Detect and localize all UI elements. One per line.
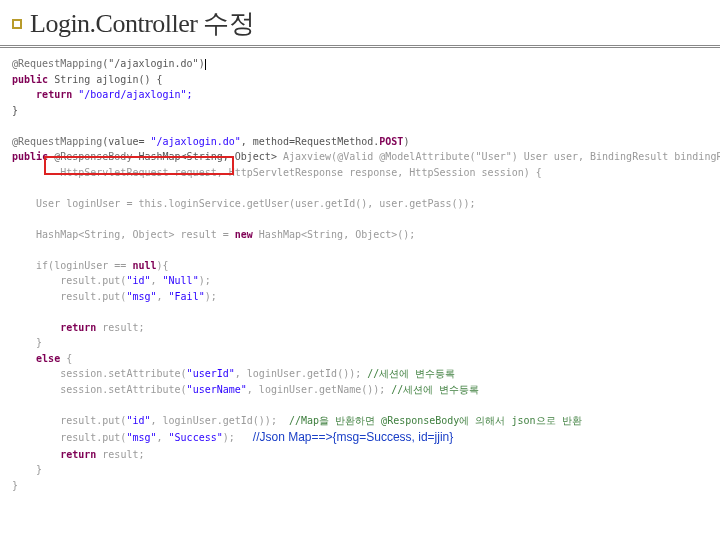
json-note: //Json Map==>{msg=Success, id=jjin} <box>253 430 453 444</box>
slide: Login.Controller 수정 @RequestMapping("/aj… <box>0 0 720 540</box>
page-title: Login.Controller 수정 <box>30 6 254 41</box>
code-block: @RequestMapping("/ajaxlogin.do") public … <box>8 52 712 497</box>
title-bar: Login.Controller 수정 <box>0 0 720 48</box>
title-bullet-icon <box>12 19 22 29</box>
